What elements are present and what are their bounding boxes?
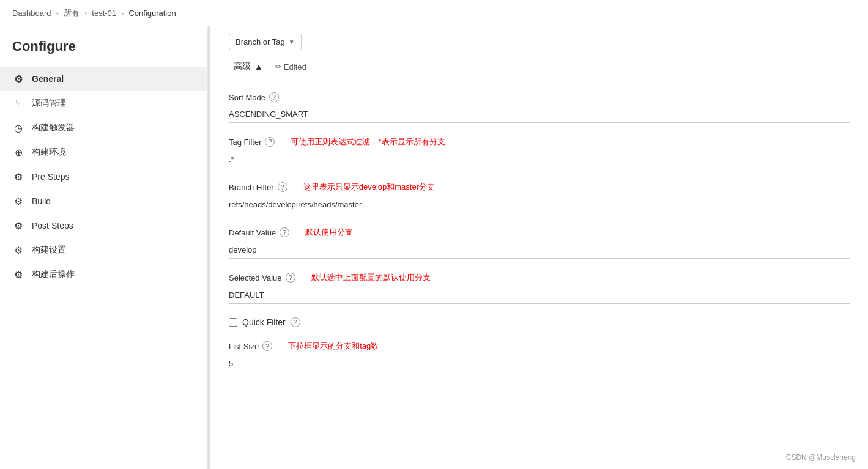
- sidebar-item-after[interactable]: 构建后操作: [0, 262, 207, 287]
- tag-filter-group: Tag Filter ? 可使用正则表达式过滤，*表示显示所有分支: [229, 136, 850, 168]
- watermark: CSDN @Muscleheng: [786, 453, 856, 462]
- list-size-help-icon[interactable]: ?: [262, 341, 272, 351]
- default-value-group: Default Value ? 默认使用分支: [229, 227, 850, 259]
- advanced-section-header: 高级 ▲ ✏ Edited: [229, 50, 850, 81]
- gear-icon: [12, 73, 24, 85]
- tag-filter-input[interactable]: [229, 151, 850, 168]
- dropdown-row: Branch or Tag ▼: [229, 26, 850, 50]
- settings-icon: [12, 244, 24, 256]
- prestep-icon: [12, 171, 24, 183]
- sidebar-label-poststeps: Post Steps: [32, 221, 73, 231]
- sidebar-label-general: General: [32, 74, 64, 84]
- sidebar: Configure General 源码管理 构建触发器 构建环境 Pre St…: [0, 26, 208, 469]
- selected-value-annotation: 默认选中上面配置的默认使用分支: [311, 272, 431, 283]
- sidebar-label-presteps: Pre Steps: [32, 172, 69, 182]
- source-icon: [12, 97, 24, 109]
- branch-filter-group: Branch Filter ? 这里表示只显示develop和master分支: [229, 182, 850, 213]
- branch-filter-help-icon[interactable]: ?: [278, 182, 287, 192]
- dropdown-arrow-icon: ▼: [289, 39, 295, 45]
- sidebar-item-env[interactable]: 构建环境: [0, 140, 207, 164]
- sidebar-item-settings[interactable]: 构建设置: [0, 238, 207, 262]
- quick-filter-checkbox[interactable]: [229, 318, 237, 327]
- tag-filter-help-icon[interactable]: ?: [265, 137, 275, 147]
- edit-icon: ✏: [275, 62, 281, 71]
- sidebar-label-build: Build: [32, 196, 51, 206]
- quick-filter-label: Quick Filter: [242, 317, 286, 327]
- trigger-icon: [12, 122, 24, 134]
- sidebar-label-trigger: 构建触发器: [32, 122, 75, 133]
- edited-badge: ✏ Edited: [275, 62, 306, 72]
- default-value-help-icon[interactable]: ?: [280, 227, 289, 237]
- sort-mode-help-icon[interactable]: ?: [269, 92, 279, 102]
- collapse-advanced-button[interactable]: 高级 ▲: [229, 59, 268, 75]
- collapse-icon: ▲: [254, 62, 263, 72]
- list-size-group: List Size ? 下拉框显示的分支和tag数: [229, 341, 850, 372]
- sidebar-item-general[interactable]: General: [0, 67, 207, 91]
- breadcrumb-configuration: Configuration: [128, 9, 176, 18]
- breadcrumb: Dashboard › 所有 › test-01 › Configuration: [0, 0, 868, 26]
- form-section: Sort Mode ? Tag Filter ? 可使用正则表达式过滤，*表示显…: [229, 81, 850, 372]
- list-size-input[interactable]: [229, 355, 850, 372]
- section-label: 高级: [234, 61, 251, 72]
- breadcrumb-test01[interactable]: test-01: [92, 9, 116, 18]
- breadcrumb-dashboard[interactable]: Dashboard: [12, 9, 51, 18]
- env-icon: [12, 146, 24, 158]
- breadcrumb-sep-1: ›: [56, 9, 59, 18]
- selected-value-label: Selected Value ? 默认选中上面配置的默认使用分支: [229, 272, 850, 283]
- sidebar-item-trigger[interactable]: 构建触发器: [0, 116, 207, 140]
- sidebar-item-presteps[interactable]: Pre Steps: [0, 164, 207, 189]
- sort-mode-label: Sort Mode ?: [229, 92, 850, 102]
- quick-filter-help-icon[interactable]: ?: [291, 317, 300, 327]
- poststep-icon: [12, 220, 24, 232]
- dropdown-label: Branch or Tag: [236, 37, 285, 46]
- list-size-annotation: 下拉框显示的分支和tag数: [288, 341, 379, 352]
- branch-filter-annotation: 这里表示只显示develop和master分支: [303, 182, 435, 193]
- sidebar-label-source: 源码管理: [32, 98, 66, 109]
- sidebar-label-after: 构建后操作: [32, 269, 75, 280]
- sidebar-label-settings: 构建设置: [32, 245, 66, 256]
- selected-value-help-icon[interactable]: ?: [286, 273, 295, 283]
- branch-filter-input[interactable]: [229, 196, 850, 213]
- selected-value-input[interactable]: [229, 287, 850, 304]
- default-value-label: Default Value ? 默认使用分支: [229, 227, 850, 238]
- sidebar-item-poststeps[interactable]: Post Steps: [0, 213, 207, 238]
- quick-filter-row: Quick Filter ?: [229, 317, 850, 327]
- sort-mode-input[interactable]: [229, 106, 850, 123]
- breadcrumb-all[interactable]: 所有: [64, 7, 80, 18]
- sidebar-item-build[interactable]: Build: [0, 189, 207, 213]
- edited-label: Edited: [284, 62, 306, 72]
- selected-value-group: Selected Value ? 默认选中上面配置的默认使用分支: [229, 272, 850, 304]
- breadcrumb-sep-2: ›: [84, 9, 87, 18]
- sidebar-item-source[interactable]: 源码管理: [0, 91, 207, 116]
- sidebar-title: Configure: [0, 39, 207, 67]
- list-size-label: List Size ? 下拉框显示的分支和tag数: [229, 341, 850, 352]
- breadcrumb-sep-3: ›: [121, 9, 124, 18]
- branch-or-tag-dropdown[interactable]: Branch or Tag ▼: [229, 34, 302, 50]
- sort-mode-group: Sort Mode ?: [229, 92, 850, 123]
- branch-filter-label: Branch Filter ? 这里表示只显示develop和master分支: [229, 182, 850, 193]
- tag-filter-label: Tag Filter ? 可使用正则表达式过滤，*表示显示所有分支: [229, 136, 850, 147]
- tag-filter-annotation: 可使用正则表达式过滤，*表示显示所有分支: [291, 136, 445, 147]
- sidebar-label-env: 构建环境: [32, 147, 66, 158]
- main-content: Branch or Tag ▼ 高级 ▲ ✏ Edited: [210, 26, 868, 469]
- default-value-annotation: 默认使用分支: [305, 227, 353, 238]
- build-icon: [12, 195, 24, 207]
- after-icon: [12, 268, 24, 281]
- default-value-input[interactable]: [229, 242, 850, 259]
